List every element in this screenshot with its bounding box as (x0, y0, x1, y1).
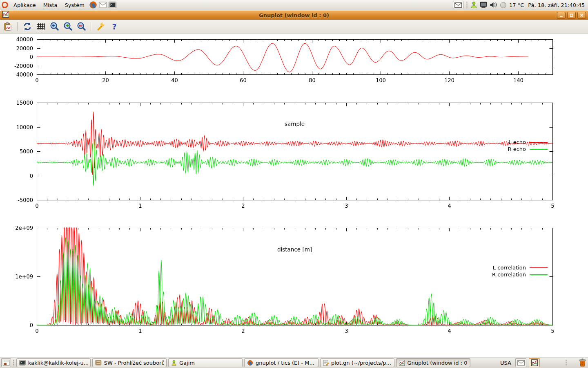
task-button-gajim[interactable]: Gajim (168, 358, 243, 367)
toggle-grid-button[interactable] (36, 21, 46, 32)
zoom-next-button[interactable] (62, 21, 73, 32)
restore-zoom-button[interactable] (76, 21, 87, 32)
legend-entry: L echo (508, 139, 548, 145)
plot-region: sample distance [m] distance [m] L echo … (0, 34, 588, 357)
legend-line-sample (530, 267, 548, 268)
chart1-xlabel: sample (37, 121, 552, 127)
copy-plot-icon (3, 22, 12, 31)
chart2-legend: L echo R echo (508, 139, 548, 152)
copy-to-clipboard-button[interactable] (2, 21, 13, 32)
minimize-button[interactable] (557, 12, 566, 19)
gajim-status-icon[interactable] (470, 1, 477, 9)
help-button[interactable]: ? (109, 21, 120, 32)
task-button-editor[interactable]: plot.gn (~/projects/p... (320, 358, 394, 367)
ubuntu-menu-icon[interactable] (0, 0, 10, 10)
terminal-icon (109, 2, 116, 8)
menu-system[interactable]: Systém (61, 0, 88, 10)
help-icon: ? (110, 22, 118, 31)
temperature-label: 17 °C (509, 2, 524, 8)
taskbar-handle[interactable] (13, 359, 15, 366)
volume-icon[interactable] (490, 2, 497, 8)
desktop: Aplikace Místa Systém (0, 0, 588, 368)
tray-handle[interactable] (466, 1, 468, 9)
tray-mail-button[interactable] (515, 358, 526, 367)
gnuplot-toolbar: ? (0, 20, 588, 34)
task-button-file-manager[interactable]: SW - Prohlížeč souborů (92, 358, 167, 367)
clock-label[interactable]: Pá, 18. září, 21:40:45 (526, 2, 585, 8)
svg-text:?: ? (112, 22, 116, 31)
menu-mista-label: Místa (43, 2, 58, 8)
chart2-xlabel: distance [m] (37, 246, 552, 253)
toolbar-separator (17, 22, 18, 31)
taskbar: kaklik@kaklik-kolej-u... SW - Prohlížeč … (0, 357, 588, 368)
show-desktop-icon (3, 360, 9, 366)
task-label: gnuplot / tics (E) - M... (256, 360, 314, 366)
gnuplot-window-icon (2, 11, 9, 19)
display-icon[interactable] (480, 2, 487, 8)
zoom-next-icon (63, 22, 73, 31)
gnuplot-icon (531, 359, 538, 366)
show-desktop-button[interactable] (1, 358, 11, 367)
task-label: plot.gn (~/projects/p... (331, 360, 391, 366)
close-button[interactable] (577, 12, 586, 19)
firefox-icon (247, 360, 253, 366)
window-controls (557, 12, 588, 19)
terminal-icon (19, 360, 26, 366)
settings-button[interactable] (96, 21, 106, 32)
ubuntu-logo-icon (1, 1, 9, 9)
legend-label: R correlation (492, 272, 526, 278)
task-button-terminal[interactable]: kaklik@kaklik-kolej-u... (16, 358, 91, 367)
firefox-launcher[interactable] (88, 0, 98, 10)
legend-label: L correlation (493, 265, 526, 271)
weather-icon[interactable] (500, 2, 507, 9)
file-manager-icon (95, 360, 102, 366)
gajim-icon (171, 360, 177, 366)
task-button-gnuplot[interactable]: Gnuplot (window id : 0) (396, 358, 470, 367)
taskbar-right: USA (499, 358, 588, 367)
task-label: SW - Prohlížeč souborů (104, 360, 164, 366)
menu-mista[interactable]: Místa (40, 0, 61, 10)
zoom-previous-icon (50, 22, 59, 31)
keyboard-layout-indicator[interactable]: USA (499, 360, 513, 366)
mail-icon (517, 360, 525, 366)
terminal-launcher[interactable] (108, 0, 118, 10)
trash-icon[interactable] (579, 359, 586, 367)
menu-aplikace[interactable]: Aplikace (10, 0, 40, 10)
task-label: kaklik@kaklik-kolej-u... (28, 360, 88, 366)
chart3-legend: L correlation R correlation (492, 265, 548, 278)
restore-zoom-icon (77, 22, 86, 31)
mail-notification-icon (454, 2, 462, 8)
legend-label: R echo (508, 146, 526, 152)
toolbar-separator (91, 22, 91, 31)
legend-entry: R correlation (492, 272, 548, 278)
legend-entry: R echo (508, 146, 548, 152)
panel-tray: 17 °C Pá, 18. září, 21:40:45 (453, 1, 588, 9)
legend-line-sample (530, 142, 548, 143)
legend-label: L echo (508, 139, 526, 145)
firefox-icon (89, 1, 97, 9)
gnuplot-icon (399, 360, 405, 366)
legend-entry: L correlation (493, 265, 548, 271)
wrench-icon (96, 22, 106, 31)
refresh-icon (23, 22, 32, 31)
email-icon (99, 2, 107, 8)
email-launcher[interactable] (98, 0, 108, 10)
plot-canvas[interactable] (0, 34, 588, 357)
text-editor-icon (323, 360, 329, 366)
menu-aplikace-label: Aplikace (13, 2, 36, 8)
task-label: Gnuplot (window id : 0) (408, 360, 468, 366)
maximize-button[interactable] (567, 12, 576, 19)
menu-system-label: Systém (65, 2, 84, 8)
top-panel: Aplikace Místa Systém (0, 0, 588, 10)
gnuplot-titlebar[interactable]: Gnuplot (window id : 0) (0, 11, 588, 20)
taskbar-handle[interactable] (565, 359, 567, 366)
zoom-previous-button[interactable] (49, 21, 60, 32)
grid-icon (36, 22, 45, 31)
legend-line-sample (530, 274, 548, 275)
task-button-firefox[interactable]: gnuplot / tics (E) - M... (244, 358, 318, 367)
mail-notification-button[interactable] (453, 1, 463, 9)
replot-button[interactable] (22, 21, 33, 32)
legend-line-sample (530, 149, 548, 150)
tray-gnuplot-button[interactable] (529, 358, 540, 367)
task-label: Gajim (179, 360, 195, 366)
